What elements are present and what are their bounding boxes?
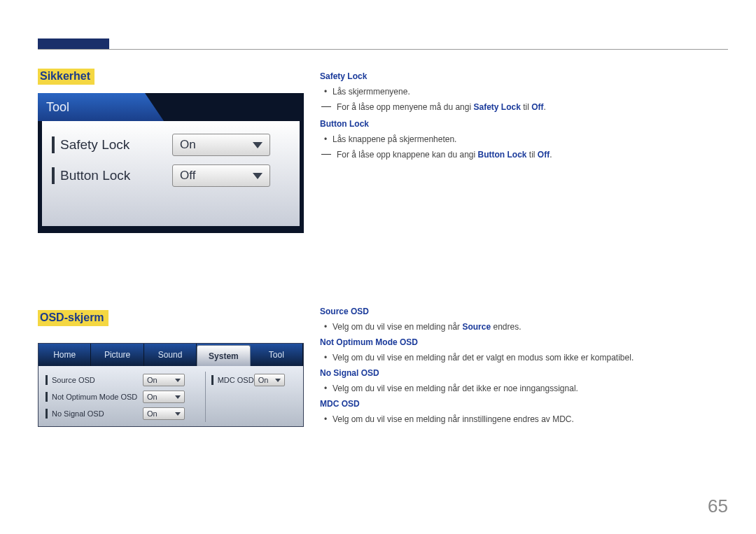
osd-panel: Home Picture Sound System Tool Source OS… bbox=[38, 343, 304, 427]
chevron-down-icon bbox=[175, 379, 181, 382]
row-marker-icon bbox=[52, 136, 55, 153]
button-lock-value: Off bbox=[180, 169, 195, 183]
button-lock-bullet: Lås knappene på skjermenheten. bbox=[332, 133, 712, 146]
button-lock-note: For å låse opp knappene kan du angi Butt… bbox=[337, 148, 712, 161]
tab-tool[interactable]: Tool bbox=[251, 344, 303, 366]
chevron-down-icon bbox=[275, 379, 281, 382]
sikkerhet-heading: Sikkerhet bbox=[38, 69, 94, 85]
no-signal-bullet: Velg om du vil vise en melding når det i… bbox=[332, 382, 712, 395]
source-osd-bullet: Velg om du vil vise en melding når Sourc… bbox=[332, 321, 712, 333]
mdc-osd-label: MDC OSD bbox=[218, 376, 254, 384]
button-lock-dropdown[interactable]: Off bbox=[172, 164, 270, 187]
mdc-bullet: Velg om du vil vise en melding når innst… bbox=[332, 413, 712, 426]
tool-tab: Tool bbox=[38, 93, 164, 121]
section-osd-skjerm: OSD-skjerm Home Picture Sound System Too… bbox=[38, 310, 304, 427]
no-signal-dropdown[interactable]: On bbox=[143, 407, 185, 420]
header-accent-bar bbox=[38, 38, 109, 49]
chevron-down-icon bbox=[253, 173, 262, 179]
safety-lock-title: Safety Lock bbox=[320, 70, 712, 83]
not-optimum-row: Not Optimum Mode OSD On bbox=[46, 388, 205, 405]
source-osd-row: Source OSD On bbox=[46, 372, 205, 388]
tab-home[interactable]: Home bbox=[38, 344, 91, 366]
safety-lock-dropdown[interactable]: On bbox=[172, 134, 270, 156]
safety-lock-label: Safety Lock bbox=[60, 137, 172, 153]
tool-tab-label: Tool bbox=[46, 100, 69, 115]
sikkerhet-description: Safety Lock Lås skjermmenyene. For å lås… bbox=[320, 70, 712, 161]
chevron-down-icon bbox=[175, 412, 181, 416]
section-sikkerhet: Sikkerhet Tool Safety Lock On bbox=[38, 69, 304, 233]
no-signal-label: No Signal OSD bbox=[52, 409, 143, 418]
not-optimum-bullet: Velg om du vil vise en melding når det e… bbox=[332, 351, 712, 364]
mdc-title: MDC OSD bbox=[320, 398, 712, 410]
button-lock-row: Button Lock Off bbox=[52, 164, 290, 187]
source-osd-dropdown[interactable]: On bbox=[143, 374, 185, 386]
osd-tabs: Home Picture Sound System Tool bbox=[38, 344, 303, 366]
row-marker-icon bbox=[46, 392, 48, 402]
chevron-down-icon bbox=[253, 142, 262, 148]
mdc-osd-dropdown[interactable]: On bbox=[254, 374, 285, 386]
row-marker-icon bbox=[46, 375, 48, 385]
mdc-osd-row: MDC OSD On bbox=[211, 372, 296, 388]
tab-sound[interactable]: Sound bbox=[144, 344, 197, 366]
tool-panel: Tool Safety Lock On Button Lock Off bbox=[38, 93, 304, 233]
no-signal-title: No Signal OSD bbox=[320, 367, 712, 379]
row-marker-icon bbox=[46, 409, 48, 419]
safety-lock-row: Safety Lock On bbox=[52, 134, 290, 156]
no-signal-row: No Signal OSD On bbox=[46, 405, 205, 422]
header-rule bbox=[38, 49, 728, 50]
row-marker-icon bbox=[52, 167, 55, 184]
button-lock-title: Button Lock bbox=[320, 118, 712, 130]
tab-system[interactable]: System bbox=[197, 345, 250, 366]
source-osd-label: Source OSD bbox=[52, 376, 143, 384]
tab-picture[interactable]: Picture bbox=[91, 344, 144, 366]
row-marker-icon bbox=[211, 375, 214, 385]
not-optimum-title: Not Optimum Mode OSD bbox=[320, 336, 712, 349]
button-lock-label: Button Lock bbox=[60, 168, 172, 183]
chevron-down-icon bbox=[175, 395, 181, 399]
safety-lock-value: On bbox=[180, 138, 196, 152]
safety-lock-bullet: Lås skjermmenyene. bbox=[332, 85, 712, 98]
not-optimum-dropdown[interactable]: On bbox=[143, 391, 185, 403]
safety-lock-note: For å låse opp menyene må du angi Safety… bbox=[337, 101, 712, 113]
osd-description: Source OSD Velg om du vil vise en meldin… bbox=[320, 305, 712, 426]
page-number: 65 bbox=[708, 496, 728, 517]
not-optimum-label: Not Optimum Mode OSD bbox=[52, 393, 143, 401]
source-osd-title: Source OSD bbox=[320, 305, 712, 318]
osd-heading: OSD-skjerm bbox=[38, 310, 108, 326]
